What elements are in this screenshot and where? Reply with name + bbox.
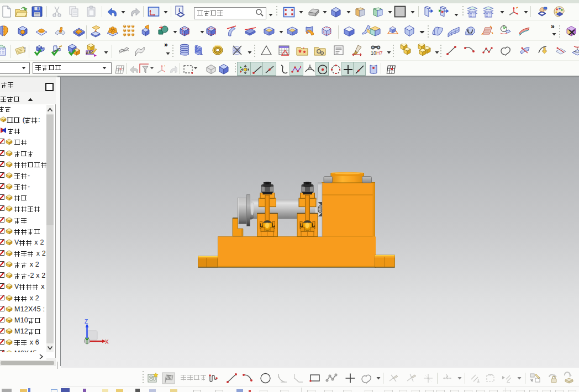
svg-text:10H7: 10H7 [371, 50, 383, 56]
svg-text:X: X [105, 339, 109, 345]
svg-text:i: i [178, 7, 180, 13]
svg-text:Z: Z [85, 319, 88, 325]
